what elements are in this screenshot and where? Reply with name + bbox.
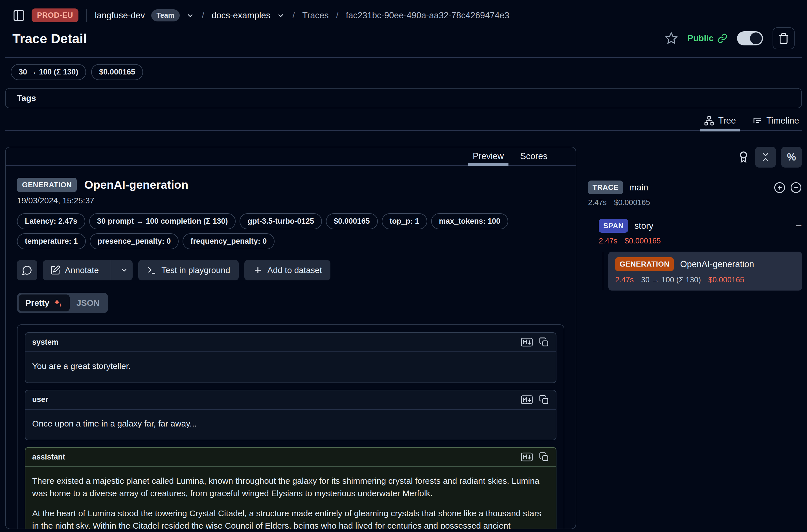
message-role: system bbox=[32, 338, 58, 347]
trash-icon bbox=[778, 33, 789, 44]
messages-container: system You are a great storyteller. bbox=[17, 324, 564, 529]
copy-icon[interactable] bbox=[539, 452, 549, 462]
observation-badges: Latency: 2.47s 30 prompt → 100 completio… bbox=[17, 213, 564, 249]
public-toggle[interactable] bbox=[737, 31, 763, 45]
trace-tree: TRACE main 2.47s $0.000165 SPAN story bbox=[588, 180, 802, 290]
annotate-label: Annotate bbox=[65, 265, 99, 275]
main-area: Preview Scores GENERATION OpenAI-generat… bbox=[5, 147, 802, 529]
tags-box[interactable]: Tags bbox=[5, 88, 802, 108]
annotate-main[interactable]: Annotate bbox=[43, 260, 106, 280]
collapse-all-button[interactable] bbox=[755, 147, 776, 168]
plus-icon bbox=[253, 265, 263, 275]
sparkles-icon bbox=[53, 298, 63, 308]
generation-type-badge: GENERATION bbox=[615, 257, 674, 271]
tab-timeline-label: Timeline bbox=[766, 116, 799, 126]
tree-toolbar: % bbox=[588, 147, 802, 168]
timeline-icon bbox=[752, 116, 763, 126]
cost-badge: $0.000165 bbox=[326, 213, 378, 229]
markdown-toggle-icon[interactable] bbox=[521, 338, 533, 347]
generation-latency: 2.47s bbox=[615, 276, 634, 284]
add-to-dataset-button[interactable]: Add to dataset bbox=[244, 260, 331, 280]
markdown-toggle-icon[interactable] bbox=[521, 453, 533, 461]
tab-tree[interactable]: Tree bbox=[704, 116, 736, 126]
copy-icon[interactable] bbox=[539, 395, 549, 405]
copy-icon[interactable] bbox=[539, 337, 549, 347]
page-title: Trace Detail bbox=[13, 31, 87, 46]
trace-tree-panel: % TRACE main 2.47s $0.000165 bbox=[588, 147, 802, 290]
chevron-down-icon bbox=[120, 266, 128, 274]
tab-tree-label: Tree bbox=[718, 116, 736, 126]
tab-preview[interactable]: Preview bbox=[473, 147, 504, 165]
header-actions: Public bbox=[665, 27, 794, 49]
breadcrumb-section[interactable]: Traces bbox=[302, 11, 329, 21]
circle-plus-icon[interactable] bbox=[774, 182, 786, 193]
span-cost: $0.000165 bbox=[625, 237, 661, 245]
public-label: Public bbox=[687, 33, 714, 43]
token-usage-badge: 30 prompt → 100 completion (Σ 130) bbox=[89, 213, 236, 229]
award-icon[interactable] bbox=[737, 151, 750, 164]
panel-tabs: Preview Scores bbox=[6, 147, 576, 166]
org-plan-badge: Team bbox=[151, 9, 180, 21]
message-tools bbox=[521, 452, 549, 462]
public-link[interactable]: Public bbox=[687, 33, 728, 43]
circle-minus-icon[interactable] bbox=[790, 182, 802, 193]
comment-button[interactable] bbox=[17, 260, 37, 280]
trace-badges: 30 → 100 (Σ 130) $0.000165 bbox=[5, 58, 802, 86]
chevron-down-icon[interactable] bbox=[186, 11, 194, 20]
annotate-dropdown[interactable] bbox=[116, 260, 133, 280]
chevron-down-icon[interactable] bbox=[277, 11, 285, 20]
terminal-icon bbox=[147, 265, 157, 275]
trace-node[interactable]: TRACE main bbox=[588, 180, 802, 194]
delete-trace-button[interactable] bbox=[773, 27, 794, 49]
annotate-button[interactable]: Annotate bbox=[43, 260, 133, 280]
message-assistant: assistant There existed bbox=[25, 447, 557, 529]
view-tabs: Tree Timeline bbox=[5, 116, 802, 131]
temperature-badge: temperature: 1 bbox=[17, 233, 86, 249]
tab-timeline[interactable]: Timeline bbox=[752, 116, 799, 126]
span-collapse[interactable]: − bbox=[795, 220, 802, 232]
format-pretty-segment[interactable]: Pretty bbox=[19, 294, 70, 311]
breadcrumb-project[interactable]: docs-examples bbox=[212, 11, 270, 21]
generation-node-selected[interactable]: GENERATION OpenAI-generation 2.47s 30 → … bbox=[608, 252, 802, 290]
trace-token-usage-badge: 30 → 100 (Σ 130) bbox=[11, 64, 86, 80]
trace-type-badge: TRACE bbox=[588, 180, 623, 194]
toggle-knob bbox=[750, 33, 762, 44]
observation-type-badge: GENERATION bbox=[17, 178, 77, 192]
breadcrumb-divider bbox=[86, 9, 87, 22]
message-role: user bbox=[32, 395, 48, 404]
format-json-segment[interactable]: JSON bbox=[70, 295, 106, 311]
tree-connector-line bbox=[603, 252, 603, 290]
tree-icon bbox=[704, 116, 714, 126]
tree-zoom-controls bbox=[774, 182, 802, 193]
span-group: SPAN story − 2.47s $0.000165 GENERATION bbox=[588, 219, 802, 290]
observation-title-row: GENERATION OpenAI-generation bbox=[17, 178, 564, 192]
markdown-toggle-icon[interactable] bbox=[521, 395, 533, 404]
message-content: There existed a majestic planet called L… bbox=[25, 467, 556, 529]
span-node[interactable]: SPAN story − bbox=[599, 219, 802, 233]
breadcrumb-org[interactable]: langfuse-dev bbox=[95, 11, 145, 21]
metrics-toggle-button[interactable]: % bbox=[781, 147, 802, 168]
message-content: Once upon a time in a galaxy far, far aw… bbox=[25, 410, 556, 440]
message-header: assistant bbox=[25, 448, 556, 467]
generation-tokens: 30 → 100 (Σ 130) bbox=[641, 276, 701, 284]
tab-scores[interactable]: Scores bbox=[520, 147, 547, 165]
observation-title: OpenAI-generation bbox=[84, 178, 188, 192]
span-metrics: 2.47s $0.000165 bbox=[599, 237, 802, 245]
message-system: system You are a great storyteller. bbox=[25, 332, 557, 383]
presence-penalty-badge: presence_penalty: 0 bbox=[90, 233, 179, 249]
latency-badge: Latency: 2.47s bbox=[17, 213, 85, 229]
generation-wrapper: GENERATION OpenAI-generation 2.47s 30 → … bbox=[599, 252, 802, 290]
star-icon[interactable] bbox=[665, 32, 678, 45]
breadcrumb-separator: / bbox=[335, 10, 340, 21]
test-in-playground-button[interactable]: Test in playground bbox=[138, 260, 239, 280]
breadcrumb: PROD-EU langfuse-dev Team / docs-example… bbox=[5, 0, 802, 24]
playground-label: Test in playground bbox=[162, 265, 230, 275]
model-badge: gpt-3.5-turbo-0125 bbox=[240, 213, 322, 229]
observation-actions: Annotate Test in playground Add to data bbox=[17, 260, 564, 280]
trace-name: main bbox=[629, 183, 648, 193]
message-tools bbox=[521, 337, 549, 347]
observation-timestamp: 19/03/2024, 15:25:37 bbox=[17, 196, 564, 205]
sidebar-toggle-icon[interactable] bbox=[13, 9, 25, 22]
assistant-paragraph-1: There existed a majestic planet called L… bbox=[32, 475, 549, 499]
message-header: user bbox=[25, 391, 556, 410]
